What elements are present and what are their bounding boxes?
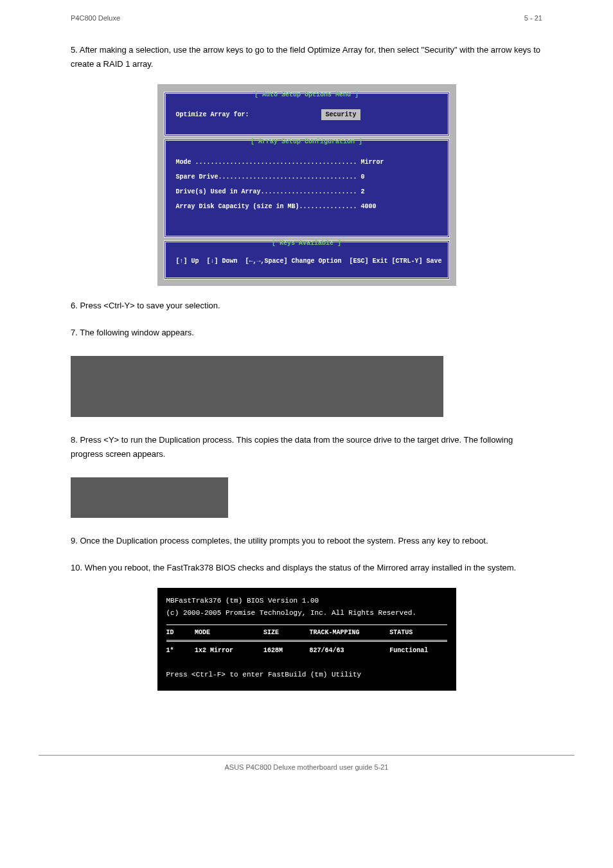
col-mode: MODE xyxy=(195,628,263,637)
step-10-text: 10. When you reboot, the FastTrak378 BIO… xyxy=(71,561,542,575)
step-7-text: 7. The following window appears. xyxy=(71,326,542,340)
config-mode: Mode ...................................… xyxy=(176,157,438,167)
step-6-text: 6. Press <Ctrl-Y> to save your selection… xyxy=(71,299,542,313)
step-8-text: 8. Press <Y> to run the Duplication proc… xyxy=(71,433,542,461)
bios-row-optimize: Optimize Array for: Security xyxy=(176,100,438,127)
col-status: STATUS xyxy=(389,628,447,637)
gray-screenshot-progress xyxy=(71,477,228,518)
row-size: 1628M xyxy=(263,646,309,655)
bios-screenshot-status: MBFastTrak376 (tm) BIOS Version 1.00 (c)… xyxy=(157,588,456,691)
col-id: ID xyxy=(166,628,195,637)
bios-table-header: ID MODE SIZE TRACK-MAPPING STATUS xyxy=(166,624,447,642)
config-capacity: Array Disk Capacity (size in MB)........… xyxy=(176,202,438,211)
bios-title-options: [ Auto Setup Options Menu ] xyxy=(166,90,448,100)
config-spare: Spare Drive.............................… xyxy=(176,172,438,182)
bios-keys-footer: [↑] Up [↓] Down [←,→,Space] Change Optio… xyxy=(176,247,438,270)
page-content: 5. After making a selection, use the arr… xyxy=(0,43,613,729)
row-status: Functional xyxy=(389,646,447,655)
row-track: 827/64/63 xyxy=(309,646,389,655)
col-track: TRACK-MAPPING xyxy=(309,628,389,637)
bios-title-config: [ Array Setup Configuration ] xyxy=(166,137,448,146)
bios-version-line: MBFastTrak376 (tm) BIOS Version 1.00 xyxy=(166,596,447,607)
col-size: SIZE xyxy=(263,628,309,637)
bios-title-keys: [ Keys Available ] xyxy=(166,238,448,248)
footer-text: ASUS P4C800 Deluxe motherboard user guid… xyxy=(0,756,613,792)
config-drives: Drive(s) Used in Array..................… xyxy=(176,187,438,197)
bios-table-row: 1* 1x2 Mirror 1628M 827/64/63 Functional xyxy=(166,642,447,659)
step-5-text: 5. After making a selection, use the arr… xyxy=(71,43,542,71)
header-right: 5 - 21 xyxy=(524,13,542,24)
gray-screenshot-prompt xyxy=(71,356,443,417)
step-9-text: 9. Once the Duplication process complete… xyxy=(71,534,542,548)
bios-box-options-menu: [ Auto Setup Options Menu ] Optimize Arr… xyxy=(164,92,450,136)
optimize-value[interactable]: Security xyxy=(321,109,360,120)
optimize-label: Optimize Array for: xyxy=(176,110,249,120)
bios-copyright-line: (c) 2000-2005 Promise Technology, Inc. A… xyxy=(166,608,447,619)
header-left: P4C800 Deluxe xyxy=(71,13,120,24)
bios-enter-utility: Press <Ctrl-F> to enter FastBuild (tm) U… xyxy=(166,669,447,680)
bios-box-config: [ Array Setup Configuration ] Mode .....… xyxy=(164,139,450,238)
bios-screenshot-auto-setup: [ Auto Setup Options Menu ] Optimize Arr… xyxy=(157,84,456,286)
bios-box-keys: [ Keys Available ] [↑] Up [↓] Down [←,→,… xyxy=(164,240,450,279)
page-header: P4C800 Deluxe 5 - 21 xyxy=(0,0,613,30)
row-id: 1* xyxy=(166,646,195,655)
row-mode: 1x2 Mirror xyxy=(195,646,263,655)
